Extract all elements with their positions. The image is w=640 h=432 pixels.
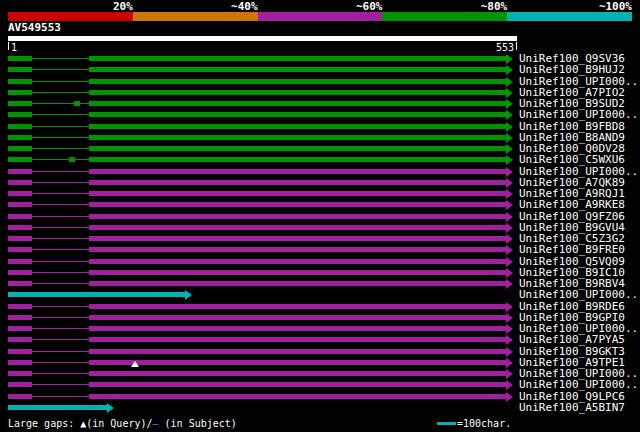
hit-bar-segment [32, 373, 89, 374]
hit-bar-segment [32, 182, 89, 183]
hit-bar-segment [89, 101, 506, 106]
hit-label: UniRef100_UPI000.. [519, 379, 638, 390]
hit-arrow-icon [506, 88, 513, 98]
hit-bar-segment [8, 382, 32, 387]
hit-bar-segment [32, 328, 89, 329]
hit-bar-segment [89, 67, 506, 72]
scale-tick-label: ~40% [231, 1, 258, 12]
hit-arrow-icon [506, 268, 513, 278]
hit-label: UniRef100_B9HUJ2 [519, 64, 625, 75]
hit-arrow-icon [506, 347, 513, 357]
hit-bar-segment [32, 283, 89, 284]
legend-gaps-query-text: Large gaps: ▲(in Query)/ [8, 418, 153, 429]
hit-bar-segment [89, 304, 506, 309]
hit-bar-segment [8, 292, 185, 297]
hit-arrow-icon [506, 200, 513, 210]
hit-bar-segment [8, 394, 32, 399]
hit-arrow-icon [506, 335, 513, 345]
hit-bar-segment [8, 202, 32, 207]
hit-bar-segment [89, 270, 506, 275]
scale-tick-label: ~80% [481, 1, 508, 12]
hit-bar-segment [89, 394, 506, 399]
hit-bar-segment [89, 360, 506, 365]
hit-bar-segment [32, 81, 89, 82]
hit-bar-segment [8, 146, 32, 151]
hit-arrow-icon [506, 155, 513, 165]
char-scale-line-icon [437, 422, 456, 425]
hit-bar-segment [8, 247, 32, 252]
hit-bar-segment [8, 236, 32, 241]
hit-arrow-icon [506, 144, 513, 154]
hit-arrow-icon [506, 324, 513, 334]
hit-arrow-icon [506, 65, 513, 75]
hit-bar-segment [89, 326, 506, 331]
hit-bar-segment [8, 405, 107, 410]
hit-bar-segment [32, 58, 89, 59]
hit-bar-segment [8, 270, 32, 275]
hit-bar-segment [32, 204, 89, 205]
blast-hit-overview: 20%~40%~60%~80%~100% AV549553 1 553 UniR… [0, 0, 640, 432]
hit-bar-segment [89, 259, 506, 264]
hit-bar-segment [8, 259, 32, 264]
hit-bar-segment [8, 157, 32, 162]
hit-bar-segment [8, 90, 32, 95]
hit-arrow-icon [506, 110, 513, 120]
hit-bar-segment [89, 247, 506, 252]
hit-arrow-icon [506, 178, 513, 188]
hit-bar-segment [89, 146, 506, 151]
hit-label: UniRef100_A5BIN7 [519, 402, 625, 413]
scale-segment [382, 12, 507, 21]
hit-row[interactable]: UniRef100_A5BIN7 [0, 405, 640, 416]
hit-bar-segment [89, 337, 506, 342]
hit-bar-segment [32, 114, 89, 115]
hit-bar-segment [89, 79, 506, 84]
hit-label: UniRef100_UPI000.. [519, 109, 638, 120]
hit-arrow-icon [506, 212, 513, 222]
hit-bar-segment [8, 67, 32, 72]
hit-bar-segment [89, 382, 506, 387]
hit-arrow-icon [107, 403, 114, 413]
hit-arrow-icon [506, 77, 513, 87]
hit-bar-segment [89, 214, 506, 219]
hit-bar-segment [89, 90, 506, 95]
hit-label: UniRef100_A9RKE8 [519, 199, 625, 210]
hit-arrow-icon [506, 189, 513, 199]
hit-bar-segment [32, 92, 89, 93]
hit-bar-segment [89, 281, 506, 286]
hit-arrow-icon [506, 302, 513, 312]
hit-bar-segment [89, 157, 506, 162]
hit-bar-segment [8, 371, 32, 376]
hit-bar-segment [32, 103, 89, 104]
hit-label: UniRef100_B9FRE0 [519, 244, 625, 255]
hit-bar-segment [8, 180, 32, 185]
query-gap-marker-icon [131, 361, 139, 367]
hit-label: UniRef100_A7PYA5 [519, 334, 625, 345]
legend-gaps-subject-text: (in Subject) [159, 418, 237, 429]
hit-bar-segment [32, 69, 89, 70]
query-bar [8, 36, 517, 41]
hit-bar-segment [8, 112, 32, 117]
scale-segment [507, 12, 632, 21]
hit-bar-segment [8, 214, 32, 219]
query-end-label: 553 [496, 43, 514, 53]
legend-char-scale: =100char. [437, 418, 511, 429]
hit-arrow-icon [506, 313, 513, 323]
hit-bar-segment [32, 137, 89, 138]
query-end-tick [516, 42, 517, 50]
hit-bar-segment [32, 261, 89, 262]
hit-bar-segment [8, 169, 32, 174]
hit-arrow-icon [506, 223, 513, 233]
hit-bar-segment [89, 180, 506, 185]
query-start-label: 1 [11, 43, 17, 53]
hit-bar-segment [32, 317, 89, 318]
hit-bar-segment [32, 249, 89, 250]
legend-large-gaps: Large gaps: ▲(in Query)/– (in Subject) [8, 418, 237, 429]
hit-bar-segment [8, 101, 32, 106]
hit-blip [69, 157, 75, 162]
hit-arrow-icon [506, 257, 513, 267]
hit-bar-segment [32, 148, 89, 149]
hit-arrow-icon [506, 358, 513, 368]
hit-bar-segment [89, 169, 506, 174]
hit-bar-segment [8, 191, 32, 196]
hit-bar-segment [89, 135, 506, 140]
